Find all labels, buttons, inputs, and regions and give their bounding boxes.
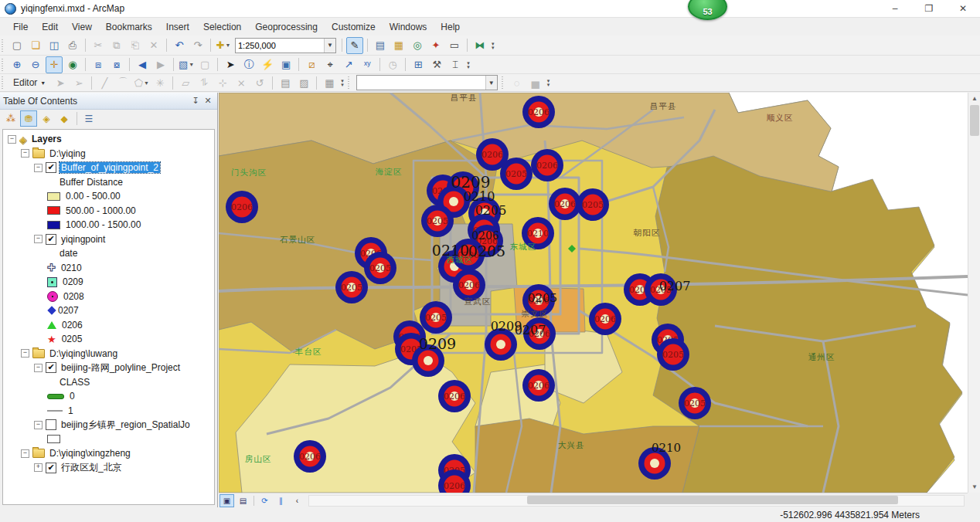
layer-visibility-checkbox[interactable]: ✔ (46, 463, 56, 473)
toc-tree-row[interactable]: −D:\yiqing\luwang (3, 347, 214, 361)
map-scale-input[interactable] (236, 39, 324, 52)
scroll-down-button[interactable]: ▼ (968, 481, 980, 493)
toc-tree-row[interactable]: −D:\yiqing\xingzheng (3, 446, 214, 461)
editor-target-dropdown-arrow[interactable]: ▼ (485, 76, 497, 90)
full-extent-button[interactable]: ◉ (64, 56, 81, 73)
toc-tree-row[interactable]: date (3, 246, 214, 261)
toc-label[interactable]: beijing-路网_polyline_Project (60, 361, 182, 375)
toc-tree-row[interactable]: 500.00 - 1000.00 (3, 204, 214, 219)
toc-tree-row[interactable]: 1000.00 - 1500.00 (3, 218, 214, 232)
select-elements-button[interactable]: ➤ (222, 56, 239, 73)
time-slider-button[interactable]: ◷ (384, 56, 401, 73)
toc-label[interactable]: 0206 (60, 320, 84, 330)
toc-label[interactable]: 0207 (56, 305, 80, 316)
toc-tree-row[interactable]: 0207 (3, 303, 214, 318)
map-vertical-scrollbar[interactable]: ▲ ▼ (968, 93, 980, 493)
find-button[interactable]: ⌖ (322, 56, 339, 73)
toc-tree-row[interactable]: 0 (3, 389, 214, 404)
sketch-properties-button[interactable]: ▨ (295, 74, 312, 91)
toolbar-overflow-button[interactable]: ▾▾ (341, 79, 344, 86)
menu-file[interactable]: File (6, 19, 35, 35)
layer-visibility-checkbox[interactable]: ✔ (46, 234, 56, 245)
toc-tree-row[interactable]: 0206 (3, 318, 214, 333)
cut-polygon-button[interactable]: ⨯ (233, 74, 250, 91)
delete-button[interactable]: ✕ (145, 37, 162, 54)
catalog-window-button[interactable]: ▦ (390, 37, 407, 54)
map-scale-dropdown-arrow[interactable]: ▼ (324, 39, 335, 53)
menu-insert[interactable]: Insert (159, 19, 196, 35)
layout-view-button[interactable]: ▤ (236, 494, 250, 507)
map-horizontal-scrollbar[interactable] (308, 495, 965, 507)
attributes-button[interactable]: ▤ (277, 74, 294, 91)
split-button[interactable]: ⥮ (196, 74, 213, 91)
menu-customize[interactable]: Customize (325, 19, 383, 35)
toc-label[interactable]: Buffer Distance (58, 177, 124, 188)
new-document-button[interactable]: ▢ (9, 37, 26, 54)
toc-label[interactable]: beijing乡镇界_region_SpatialJo (60, 419, 192, 432)
arctoolbox-window-button[interactable]: ✦ (427, 37, 444, 54)
rotate-button[interactable]: ⊹ (214, 74, 231, 91)
paste-button[interactable]: ⎗ (127, 37, 144, 54)
toc-tree-row[interactable]: 0209 (3, 275, 214, 290)
toc-label[interactable]: 0 (68, 391, 77, 402)
editor-target-combo[interactable]: ▼ (356, 75, 498, 90)
modelbuilder-button[interactable]: ⧓ (471, 37, 488, 54)
vertical-scroll-thumb[interactable] (970, 105, 979, 136)
trace-button[interactable]: ⬠▼ (133, 74, 150, 91)
identify-button[interactable]: ⓘ (240, 56, 257, 73)
toc-tree-row[interactable]: ★0205 (3, 332, 214, 347)
toc-label[interactable]: 0.00 - 500.00 (64, 191, 122, 202)
toc-label[interactable]: 0208 (62, 291, 86, 302)
scroll-left-button[interactable]: ‹ (290, 494, 305, 507)
toolbar-overflow-button[interactable]: ▾▾ (492, 42, 495, 49)
ibeam-button[interactable]: ⌶ (447, 56, 464, 73)
toc-tree-row[interactable]: 0208 (3, 290, 214, 304)
html-popup-button[interactable]: ▣ (277, 56, 294, 73)
viewer-window-button[interactable]: ⊞ (410, 56, 427, 73)
collapse-toggle[interactable]: − (34, 235, 43, 243)
toc-label[interactable]: 0210 (60, 263, 83, 273)
undo-button[interactable]: ↶ (171, 37, 188, 54)
copy-button[interactable]: ⧉ (108, 37, 125, 54)
edit-tool-button[interactable]: ➤ (52, 74, 69, 91)
hyperlink-button[interactable]: ⚡ (259, 56, 276, 73)
menu-selection[interactable]: Selection (196, 19, 248, 35)
toc-label[interactable]: D:\yiqing\luwang (48, 348, 119, 359)
toc-label[interactable]: date (58, 248, 79, 259)
toc-tree-row[interactable]: −beijing乡镇界_region_SpatialJo (3, 418, 214, 432)
menu-help[interactable]: Help (434, 19, 467, 35)
toc-label[interactable]: 1 (66, 405, 75, 416)
data-view-button[interactable]: ▣ (219, 494, 234, 507)
toc-label[interactable]: yiqingpoint (60, 234, 107, 245)
toc-label[interactable]: D:\yiqing\xingzheng (48, 448, 132, 459)
expand-toggle[interactable]: + (34, 463, 43, 472)
collapse-toggle[interactable]: − (34, 364, 43, 372)
toc-pin-button[interactable]: ↧ (189, 96, 202, 106)
collapse-toggle[interactable]: − (21, 149, 29, 158)
toc-tree-row[interactable]: CLASS (3, 375, 214, 390)
table-of-contents-window-button[interactable]: ▤ (372, 37, 389, 54)
close-button[interactable]: ✕ (946, 0, 980, 17)
histogram-button[interactable]: ▅ (527, 74, 544, 91)
editor-menu-button[interactable]: Editor▼ (8, 75, 51, 90)
print-button[interactable]: ⎙ (64, 37, 81, 54)
menu-view[interactable]: View (65, 19, 99, 35)
pan-button[interactable]: ✛ (46, 56, 63, 73)
layer-visibility-checkbox[interactable]: ✔ (46, 162, 56, 173)
toc-tree-row[interactable]: −✔Buffer_of_yiqingpoint_2 (3, 161, 214, 175)
list-by-drawing-order-button[interactable]: ⁂ (2, 110, 19, 127)
toc-tree-row[interactable] (3, 432, 214, 447)
save-document-button[interactable]: ◫ (46, 37, 63, 54)
horizontal-scroll-thumb[interactable] (527, 496, 898, 504)
list-by-visibility-button[interactable]: ◈ (38, 110, 55, 127)
menu-edit[interactable]: Edit (35, 19, 65, 35)
layer-visibility-checkbox[interactable] (46, 419, 56, 430)
refresh-view-button[interactable]: ⟳ (257, 494, 272, 507)
toc-label[interactable]: 行政区划_北京 (60, 461, 124, 474)
search-window-button[interactable]: ◎ (409, 37, 426, 54)
snapping-button[interactable]: ◌ (509, 74, 526, 91)
edit-annotation-button[interactable]: ➢ (70, 74, 87, 91)
continue-feature-button[interactable]: ↺ (251, 74, 268, 91)
cut-button[interactable]: ✂ (90, 37, 107, 54)
toc-label[interactable]: D:\yiqing (48, 148, 87, 159)
